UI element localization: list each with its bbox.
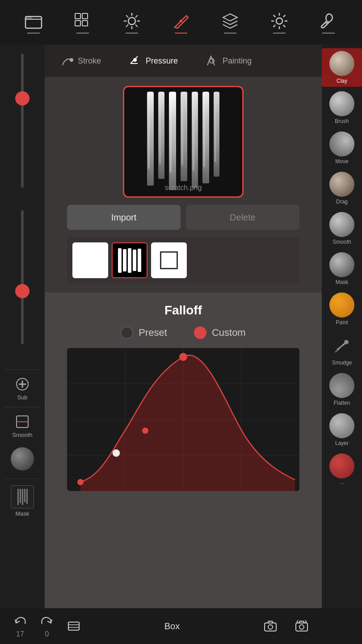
smooth-right-label: Smooth [333,239,351,245]
undo-count: 17 [16,630,24,638]
delete-button[interactable]: Delete [186,205,299,230]
scratch-lines [140,87,227,196]
right-tool-more[interactable]: ··· [322,451,362,489]
brush-lines-small [17,489,28,505]
tab-bar: Stroke Pressure Painting [45,45,322,77]
paint-label: Paint [336,319,348,326]
layers-icon-line [224,33,236,34]
svg-rect-4 [82,21,88,26]
size-slider-track [21,54,24,188]
brush-sphere [329,91,354,116]
main-content: Stroke Pressure Painting [45,45,322,608]
svg-point-32 [344,340,349,344]
sun-icon[interactable] [122,11,142,34]
left-divider-2 [4,407,40,407]
custom-option[interactable]: Custom [194,326,246,339]
camera-button[interactable] [259,619,282,634]
undo-button[interactable]: 17 [9,614,31,638]
preset-radio[interactable] [121,326,133,339]
thumb-white[interactable] [72,242,108,278]
svg-point-5 [128,17,135,25]
brush-tool-icon[interactable] [171,11,191,34]
brush-section: scratch.png Import Delete [45,77,322,292]
right-tool-move[interactable]: Move [322,129,362,167]
mask-label: Mask [15,510,29,517]
layers-icon[interactable] [220,11,240,34]
scratch-line-5 [192,92,198,188]
sub-tool[interactable]: Sub [11,373,34,404]
scratch-line-1 [147,92,154,186]
right-tool-flatten[interactable]: Flatten [322,370,362,409]
left-divider-3 [4,479,40,479]
paint-sphere [329,292,354,318]
brush-active-line [175,33,187,34]
tab-stroke[interactable]: Stroke [54,51,108,71]
bottom-toolbar: 17 0 Box [0,608,322,644]
right-tool-drag[interactable]: Drag [322,169,362,208]
smudge-sphere [329,333,354,358]
svg-point-29 [142,428,148,434]
action-buttons: Import Delete [67,205,299,230]
preset-option[interactable]: Preset [121,326,167,339]
more-sphere [329,453,354,479]
scratch-line-6 [202,92,209,183]
thumb-small-square[interactable] [151,242,187,278]
brush-preview-large: scratch.png [123,86,244,198]
settings-icon[interactable] [269,11,289,34]
wrench-icon[interactable] [319,11,338,34]
right-tool-paint[interactable]: Paint [322,290,362,328]
smooth-label: Smooth [13,432,33,438]
falloff-section: Falloff Preset Custom [45,292,322,608]
smudge-label: Smudge [332,360,352,366]
clay-label: Clay [337,78,347,84]
import-button[interactable]: Import [67,205,181,230]
svg-rect-2 [82,13,88,19]
brush-filename: scratch.png [165,184,202,192]
scratch-line-2 [158,92,164,179]
settings-icon-line [273,33,286,34]
svg-point-28 [77,479,84,485]
tab-painting[interactable]: Painting [198,51,259,71]
right-tool-clay[interactable]: Clay [322,48,362,87]
right-tool-brush[interactable]: Brush [322,89,362,127]
pressure-tab-label: Pressure [146,56,178,66]
drag-sphere [329,172,354,197]
mask-tool[interactable]: Mask [7,482,38,521]
intensity-slider-thumb[interactable] [15,284,29,298]
sub-label: Sub [17,394,27,401]
right-tool-smudge[interactable]: Smudge [322,330,362,369]
brush-label: Brush [335,118,349,124]
thumb-scratch-selected[interactable] [112,242,147,278]
svg-point-37 [268,625,273,629]
svg-line-12 [135,15,138,17]
right-tool-mask[interactable]: Mask [322,250,362,288]
sun-icon-line [126,33,138,34]
right-tool-layer[interactable]: Layer [322,411,362,449]
grid-icon[interactable] [73,11,93,34]
falloff-options: Preset Custom [121,326,245,339]
size-slider-thumb[interactable] [15,91,29,106]
svg-line-11 [135,25,138,27]
folder-icon[interactable] [24,11,43,34]
intensity-slider[interactable] [9,210,36,362]
custom-radio[interactable] [194,326,206,339]
drag-label: Drag [336,199,348,205]
svg-point-31 [113,449,120,457]
smooth-tool[interactable]: Smooth [9,410,36,442]
falloff-title: Falloff [164,303,202,318]
svg-point-20 [134,59,136,61]
layer-label: Layer [335,440,349,446]
preset-label: Preset [139,327,167,339]
falloff-curve-container[interactable] [67,348,299,491]
size-slider[interactable] [9,54,36,206]
tab-pressure[interactable]: Pressure [122,51,185,71]
sphere-preview[interactable] [7,442,38,476]
painting-tab-label: Painting [223,56,252,66]
right-tool-smooth[interactable]: Smooth [322,209,362,248]
redo-button[interactable]: 0 [36,614,58,638]
scratch-line-7 [214,92,219,177]
layers-button[interactable] [63,619,85,634]
more-label: ··· [340,480,344,487]
svg-rect-33 [68,622,79,630]
flip-camera-button[interactable] [290,619,313,634]
